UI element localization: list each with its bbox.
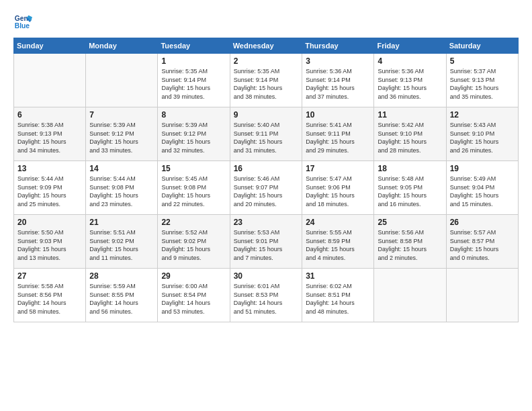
day-number: 30 [234, 271, 298, 281]
day-number: 8 [161, 110, 226, 120]
day-number: 22 [161, 218, 226, 227]
day-number: 23 [234, 218, 298, 227]
day-number: 7 [89, 110, 154, 120]
day-info: Sunrise: 5:38 AM Sunset: 9:13 PM Dayligh… [17, 121, 82, 154]
logo: General Blue [13, 12, 32, 31]
day-info: Sunrise: 5:48 AM Sunset: 9:05 PM Dayligh… [378, 175, 442, 208]
day-info: Sunrise: 5:42 AM Sunset: 9:10 PM Dayligh… [378, 121, 442, 154]
calendar-cell: 8Sunrise: 5:39 AM Sunset: 9:12 PM Daylig… [158, 107, 230, 161]
calendar-cell: 25Sunrise: 5:56 AM Sunset: 8:58 PM Dayli… [374, 215, 446, 269]
day-info: Sunrise: 5:59 AM Sunset: 8:55 PM Dayligh… [89, 282, 154, 316]
weekday-header-friday: Friday [374, 38, 446, 54]
calendar-cell: 1Sunrise: 5:35 AM Sunset: 9:14 PM Daylig… [158, 54, 230, 107]
weekday-header-monday: Monday [86, 38, 158, 54]
day-number: 31 [306, 271, 370, 281]
day-info: Sunrise: 5:44 AM Sunset: 9:09 PM Dayligh… [17, 175, 82, 208]
day-info: Sunrise: 5:40 AM Sunset: 9:11 PM Dayligh… [234, 121, 298, 154]
calendar-cell: 22Sunrise: 5:52 AM Sunset: 9:02 PM Dayli… [158, 215, 230, 269]
day-number: 25 [378, 218, 442, 227]
day-number: 10 [306, 110, 370, 120]
day-info: Sunrise: 5:44 AM Sunset: 9:08 PM Dayligh… [89, 175, 154, 208]
calendar-cell: 27Sunrise: 5:58 AM Sunset: 8:56 PM Dayli… [14, 269, 86, 322]
day-info: Sunrise: 5:43 AM Sunset: 9:10 PM Dayligh… [450, 121, 515, 154]
calendar-cell: 3Sunrise: 5:36 AM Sunset: 9:14 PM Daylig… [302, 54, 374, 107]
calendar-cell: 21Sunrise: 5:51 AM Sunset: 9:02 PM Dayli… [86, 215, 158, 269]
day-info: Sunrise: 5:58 AM Sunset: 8:56 PM Dayligh… [17, 282, 82, 316]
calendar-cell: 15Sunrise: 5:45 AM Sunset: 9:08 PM Dayli… [158, 161, 230, 215]
day-info: Sunrise: 5:35 AM Sunset: 9:14 PM Dayligh… [161, 67, 226, 101]
weekday-header-saturday: Saturday [446, 38, 518, 54]
weekday-header-wednesday: Wednesday [230, 38, 302, 54]
calendar-cell [86, 54, 158, 107]
day-number: 12 [450, 110, 515, 120]
day-info: Sunrise: 5:45 AM Sunset: 9:08 PM Dayligh… [161, 175, 226, 208]
calendar-cell: 31Sunrise: 6:02 AM Sunset: 8:51 PM Dayli… [302, 269, 374, 322]
calendar-cell: 6Sunrise: 5:38 AM Sunset: 9:13 PM Daylig… [14, 107, 86, 161]
weekday-header-tuesday: Tuesday [158, 38, 230, 54]
day-number: 26 [450, 218, 515, 227]
calendar-cell: 5Sunrise: 5:37 AM Sunset: 9:13 PM Daylig… [446, 54, 518, 107]
day-number: 24 [306, 218, 370, 227]
page-header: General Blue [13, 12, 519, 31]
day-info: Sunrise: 5:47 AM Sunset: 9:06 PM Dayligh… [306, 175, 370, 208]
weekday-header-thursday: Thursday [302, 38, 374, 54]
day-number: 17 [306, 164, 370, 173]
day-info: Sunrise: 6:00 AM Sunset: 8:54 PM Dayligh… [161, 282, 226, 316]
calendar-cell: 23Sunrise: 5:53 AM Sunset: 9:01 PM Dayli… [230, 215, 302, 269]
calendar-cell: 7Sunrise: 5:39 AM Sunset: 9:12 PM Daylig… [86, 107, 158, 161]
calendar-cell: 16Sunrise: 5:46 AM Sunset: 9:07 PM Dayli… [230, 161, 302, 215]
day-number: 1 [161, 56, 226, 66]
calendar-cell: 29Sunrise: 6:00 AM Sunset: 8:54 PM Dayli… [158, 269, 230, 322]
day-number: 3 [306, 56, 370, 66]
day-number: 13 [17, 164, 82, 173]
calendar-cell: 12Sunrise: 5:43 AM Sunset: 9:10 PM Dayli… [446, 107, 518, 161]
calendar-cell: 11Sunrise: 5:42 AM Sunset: 9:10 PM Dayli… [374, 107, 446, 161]
svg-text:Blue: Blue [15, 22, 30, 30]
day-info: Sunrise: 5:37 AM Sunset: 9:13 PM Dayligh… [450, 67, 515, 101]
calendar-cell: 10Sunrise: 5:41 AM Sunset: 9:11 PM Dayli… [302, 107, 374, 161]
day-number: 6 [17, 110, 82, 120]
calendar-cell: 17Sunrise: 5:47 AM Sunset: 9:06 PM Dayli… [302, 161, 374, 215]
weekday-header-sunday: Sunday [14, 38, 86, 54]
day-info: Sunrise: 5:41 AM Sunset: 9:11 PM Dayligh… [306, 121, 370, 154]
day-number: 15 [161, 164, 226, 173]
day-number: 2 [234, 56, 298, 66]
day-info: Sunrise: 5:35 AM Sunset: 9:14 PM Dayligh… [234, 67, 298, 101]
calendar-cell: 20Sunrise: 5:50 AM Sunset: 9:03 PM Dayli… [14, 215, 86, 269]
day-number: 20 [17, 218, 82, 227]
day-number: 11 [378, 110, 442, 120]
calendar-cell: 4Sunrise: 5:36 AM Sunset: 9:13 PM Daylig… [374, 54, 446, 107]
day-number: 21 [89, 218, 154, 227]
calendar-table: SundayMondayTuesdayWednesdayThursdayFrid… [13, 38, 519, 322]
calendar-cell: 19Sunrise: 5:49 AM Sunset: 9:04 PM Dayli… [446, 161, 518, 215]
day-info: Sunrise: 6:02 AM Sunset: 8:51 PM Dayligh… [306, 282, 370, 316]
day-info: Sunrise: 5:39 AM Sunset: 9:12 PM Dayligh… [161, 121, 226, 154]
day-number: 9 [234, 110, 298, 120]
calendar-cell: 28Sunrise: 5:59 AM Sunset: 8:55 PM Dayli… [86, 269, 158, 322]
day-number: 14 [89, 164, 154, 173]
calendar-cell: 30Sunrise: 6:01 AM Sunset: 8:53 PM Dayli… [230, 269, 302, 322]
calendar-cell: 14Sunrise: 5:44 AM Sunset: 9:08 PM Dayli… [86, 161, 158, 215]
calendar-cell [14, 54, 86, 107]
day-number: 29 [161, 271, 226, 281]
day-info: Sunrise: 6:01 AM Sunset: 8:53 PM Dayligh… [234, 282, 298, 316]
day-info: Sunrise: 5:36 AM Sunset: 9:14 PM Dayligh… [306, 67, 370, 101]
calendar-cell: 9Sunrise: 5:40 AM Sunset: 9:11 PM Daylig… [230, 107, 302, 161]
day-info: Sunrise: 5:53 AM Sunset: 9:01 PM Dayligh… [234, 228, 298, 262]
day-info: Sunrise: 5:51 AM Sunset: 9:02 PM Dayligh… [89, 228, 154, 262]
day-info: Sunrise: 5:52 AM Sunset: 9:02 PM Dayligh… [161, 228, 226, 262]
calendar-cell: 2Sunrise: 5:35 AM Sunset: 9:14 PM Daylig… [230, 54, 302, 107]
day-info: Sunrise: 5:57 AM Sunset: 8:57 PM Dayligh… [450, 228, 515, 262]
day-number: 19 [450, 164, 515, 173]
day-info: Sunrise: 5:36 AM Sunset: 9:13 PM Dayligh… [378, 67, 442, 101]
calendar-cell: 26Sunrise: 5:57 AM Sunset: 8:57 PM Dayli… [446, 215, 518, 269]
day-number: 28 [89, 271, 154, 281]
day-number: 5 [450, 56, 515, 66]
day-info: Sunrise: 5:56 AM Sunset: 8:58 PM Dayligh… [378, 228, 442, 262]
day-number: 4 [378, 56, 442, 66]
calendar-cell [374, 269, 446, 322]
day-number: 18 [378, 164, 442, 173]
calendar-cell [446, 269, 518, 322]
day-info: Sunrise: 5:49 AM Sunset: 9:04 PM Dayligh… [450, 175, 515, 208]
logo-icon: General Blue [13, 12, 32, 31]
